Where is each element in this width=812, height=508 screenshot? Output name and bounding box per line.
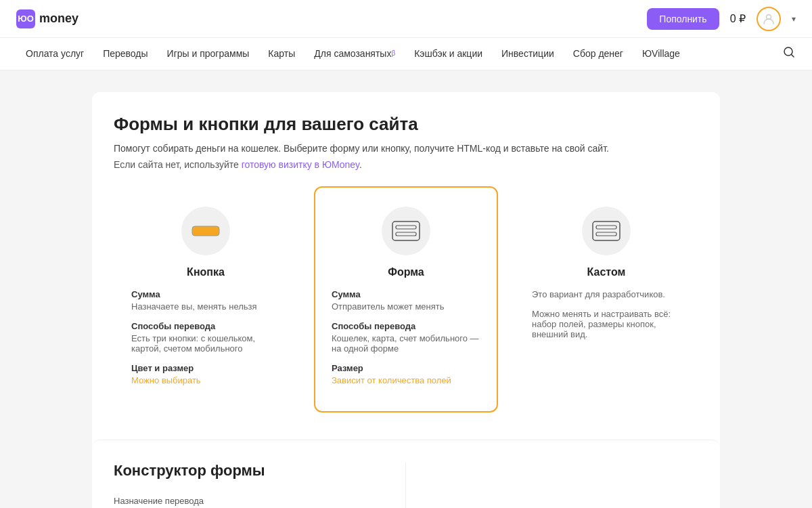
cards-section: Формы и кнопки для вашего сайта Помогут … [92,92,720,440]
purpose-label: Назначение перевода [114,496,384,506]
avatar-chevron-icon[interactable]: ▾ [792,14,796,24]
header: ЮO money Пополнить 0 ₽ ▾ [0,0,812,38]
sidebar-item-investicii[interactable]: Инвестиции [492,38,564,70]
card-form-title: Форма [332,266,480,278]
card-form-feature-0: Сумма Отправитель может менять [332,289,480,312]
cards-grid: Кнопка Сумма Назначаете вы, менять нельз… [114,186,698,412]
avatar[interactable] [757,7,781,31]
sidebar-item-karty[interactable]: Карты [258,38,304,70]
nav-label-sbor: Сбор денег [573,48,623,59]
card-form-feature-1-label: Способы перевода [332,321,480,331]
svg-rect-6 [396,232,416,236]
card-button[interactable]: Кнопка Сумма Назначаете вы, менять нельз… [114,186,298,412]
nav-label-perevody: Переводы [103,48,148,59]
sidebar-item-sbor[interactable]: Сбор денег [564,38,633,70]
card-button-feature-0-value: Назначаете вы, менять нельзя [131,301,280,312]
card-form-feature-0-label: Сумма [332,289,480,299]
nav-label-cashback: Кэшбэк и акции [414,48,482,59]
sidebar-item-cashback[interactable]: Кэшбэк и акции [405,38,492,70]
topup-button[interactable]: Пополнить [647,8,719,30]
vizitka-link[interactable]: готовую визитку в ЮMoney [242,159,359,170]
constructor-layout: Конструктор формы Назначение перевода Я … [114,462,698,508]
custom-icon-circle [582,207,631,255]
nav-label-yuvillage: ЮVillage [642,48,680,59]
nav-label-igry: Игры и программы [167,48,250,59]
main-nav: Оплата услуг Переводы Игры и программы К… [0,38,812,70]
card-button-feature-1-value: Есть три кнопки: с кошельком, картой, сч… [131,333,280,354]
card-button-feature-2-label: Цвет и размер [131,363,280,373]
nav-label-investicii: Инвестиции [501,48,554,59]
page-description: Помогут собирать деньги на кошелек. Выбе… [114,143,698,154]
sidebar-item-igry[interactable]: Игры и программы [158,38,259,70]
logo-text: money [39,12,78,26]
form-icon-circle [382,207,430,255]
card-custom-feature-1-value: Можно менять и настраивать всё: набор по… [532,309,681,339]
svg-rect-2 [192,226,219,236]
card-form-feature-1-value: Кошелек, карта, счет мобильного — на одн… [332,333,480,354]
no-site-end: . [359,159,362,170]
svg-rect-4 [392,221,420,240]
card-form[interactable]: Форма Сумма Отправитель может менять Спо… [314,186,498,412]
balance-display: 0 ₽ [730,12,746,25]
card-custom[interactable]: Кастом Это вариант для разработчиков. Мо… [514,186,698,412]
card-button-feature-1-label: Способы перевода [131,321,280,331]
page-title: Формы и кнопки для вашего сайта [114,114,698,135]
sidebar-item-samozanyatye[interactable]: Для самозанятыхβ [304,38,405,70]
card-form-feature-2-label: Размер [332,363,480,373]
card-button-feature-0-label: Сумма [131,289,280,299]
card-custom-feature-0: Это вариант для разработчиков. [532,289,681,299]
logo[interactable]: ЮO money [16,9,78,28]
header-actions: Пополнить 0 ₽ ▾ [647,7,796,31]
card-button-feature-2-value: Можно выбирать [131,375,280,385]
constructor-right [406,462,698,508]
nav-label-karty: Карты [268,48,295,59]
card-form-feature-1: Способы перевода Кошелек, карта, счет мо… [332,321,480,354]
sidebar-item-oplata[interactable]: Оплата услуг [16,38,93,70]
constructor-left: Конструктор формы Назначение перевода Я … [114,462,406,508]
main-section: Формы и кнопки для вашего сайта Помогут … [92,92,720,508]
nav-label-samozanyatye: Для самозанятых [314,48,391,59]
nav-label-oplata: Оплата услуг [26,48,84,59]
constructor-title: Конструктор формы [114,462,384,480]
svg-rect-8 [596,226,616,229]
logo-icon: ЮO [16,9,35,28]
card-button-feature-0: Сумма Назначаете вы, менять нельзя [131,289,280,312]
search-icon[interactable] [782,45,796,62]
card-button-title: Кнопка [131,266,280,278]
page-desc-link: Если сайта нет, используйте готовую визи… [114,159,698,170]
constructor-section: Конструктор формы Назначение перевода Я … [92,440,720,508]
svg-rect-5 [396,226,416,229]
card-form-feature-2: Размер Зависит от количества полей [332,363,480,385]
main-content: Формы и кнопки для вашего сайта Помогут … [81,92,731,508]
svg-rect-7 [593,221,620,240]
card-button-feature-2: Цвет и размер Можно выбирать [131,363,280,385]
sidebar-item-yuvillage[interactable]: ЮVillage [633,38,690,70]
card-button-feature-1: Способы перевода Есть три кнопки: с коше… [131,321,280,354]
card-form-feature-2-value: Зависит от количества полей [332,375,480,385]
nav-badge-samozanyatye: β [391,49,395,57]
card-form-feature-0-value: Отправитель может менять [332,301,480,312]
card-custom-title: Кастом [532,266,681,278]
card-custom-feature-0-value: Это вариант для разработчиков. [532,289,681,299]
no-site-text: Если сайта нет, используйте [114,159,242,170]
svg-rect-9 [596,232,616,236]
card-custom-feature-1: Можно менять и настраивать всё: набор по… [532,309,681,339]
sidebar-item-perevody[interactable]: Переводы [93,38,157,70]
button-icon-circle [181,207,230,255]
